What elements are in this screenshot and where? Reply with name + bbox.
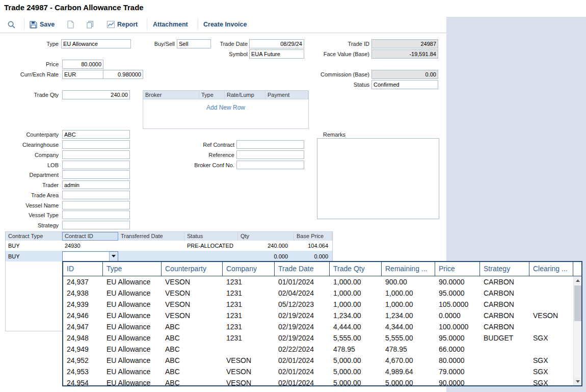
type-input[interactable] — [61, 39, 131, 48]
dropdown-header-cell[interactable]: Price — [435, 262, 480, 276]
dropdown-row[interactable]: 24,946EU AllowanceVESON123102/19/20241,2… — [63, 310, 573, 321]
dropdown-header-cell[interactable]: Type — [103, 262, 162, 276]
lob-input[interactable] — [62, 161, 130, 169]
dropdown-cell — [529, 288, 573, 299]
copy-button[interactable] — [86, 19, 94, 30]
dropdown-row[interactable]: 24,947EU AllowanceABC123102/19/20244,444… — [63, 321, 573, 332]
dropdown-cell: 24,952 — [63, 355, 103, 366]
counterparty-label: Counterparty — [5, 130, 59, 139]
search-button[interactable] — [7, 19, 16, 30]
dropdown-row[interactable]: 24,949EU AllowanceABC02/22/2024478.95478… — [63, 344, 573, 355]
buy-sell-input[interactable] — [177, 39, 211, 48]
dropdown-header-cell[interactable]: Strategy — [480, 262, 529, 276]
reference-input[interactable] — [236, 150, 304, 159]
dropdown-cell: 478.95 — [330, 344, 382, 355]
contract-row[interactable]: BUY 24930 PRE-ALLOCATED 240.000 104.064 — [6, 241, 332, 251]
dropdown-header-cell[interactable]: Trade Qty — [330, 262, 382, 276]
symbol-input[interactable] — [249, 49, 304, 59]
contracts-header-cell[interactable]: Transferred Date — [118, 232, 184, 241]
scroll-down-button[interactable] — [574, 377, 582, 385]
dropdown-row[interactable]: 24,954EU AllowanceABCVESON02/01/20245,00… — [63, 377, 573, 385]
dropdown-cell: 4,989.64 — [382, 366, 435, 377]
dropdown-cell: VESON — [529, 310, 573, 321]
dropdown-cell: 02/01/2024 — [275, 355, 330, 366]
vessel-type-input[interactable] — [62, 211, 130, 219]
dropdown-row[interactable]: 24,952EU AllowanceABCVESON02/01/20245,00… — [63, 355, 573, 366]
broker-conf-no-input[interactable] — [236, 161, 304, 169]
strategy-input[interactable] — [62, 221, 130, 229]
counterparty-input[interactable] — [62, 130, 130, 139]
dropdown-cell: 5,555.00 — [382, 332, 435, 344]
contracts-header-cell[interactable]: Status — [184, 232, 238, 241]
price-input[interactable] — [62, 60, 103, 69]
status-input[interactable] — [371, 80, 438, 89]
price-label: Price — [15, 60, 59, 69]
dropdown-cell: VESON — [162, 288, 223, 299]
dropdown-cell: VESON — [162, 310, 223, 321]
contract-row-selected[interactable]: BUY 0.000 0.000 — [6, 251, 332, 262]
dropdown-header-cell[interactable]: Trade Date — [275, 262, 330, 276]
contracts-header-cell[interactable]: Contract ID — [62, 232, 118, 241]
vessel-name-input[interactable] — [62, 201, 130, 210]
dropdown-cell: 24,939 — [63, 299, 103, 310]
add-new-row-link[interactable]: Add New Row — [143, 104, 308, 111]
scroll-up-button[interactable] — [574, 276, 582, 284]
save-button[interactable]: Save — [30, 19, 55, 30]
broker-table: BrokerTypeRate/LumpPayment Add New Row — [143, 90, 309, 129]
dropdown-cell: VESON — [162, 299, 223, 310]
dropdown-cell: 1,000.00 — [382, 299, 435, 310]
dropdown-row[interactable]: 24,937EU AllowanceVESON123101/01/20241,0… — [63, 276, 573, 288]
dropdown-row[interactable]: 24,938EU AllowanceVESON123102/04/20241,0… — [63, 288, 573, 299]
dropdown-row[interactable]: 24,948EU AllowanceABC123102/19/20245,555… — [63, 332, 573, 344]
scrollbar-thumb[interactable] — [574, 285, 581, 321]
trade-qty-input[interactable] — [62, 90, 130, 99]
dropdown-cell: VESON — [162, 276, 223, 288]
dropdown-cell — [480, 377, 529, 385]
report-button[interactable]: Report — [107, 19, 138, 30]
dropdown-header-cell[interactable]: Remaining ... — [382, 262, 435, 276]
note-button[interactable] — [67, 19, 74, 30]
remarks-textarea[interactable] — [317, 138, 439, 219]
clearinghouse-input[interactable] — [62, 140, 130, 149]
trade-date-input[interactable] — [249, 39, 304, 48]
attachment-button[interactable]: Attachment — [153, 19, 188, 30]
broker-header-cell[interactable]: Type — [199, 91, 225, 99]
dropdown-cell: 24,949 — [63, 344, 103, 355]
trade-area-input[interactable] — [62, 191, 130, 199]
broker-header-cell[interactable]: Broker — [143, 91, 199, 99]
dropdown-cell: EU Allowance — [103, 288, 162, 299]
report-icon — [107, 21, 115, 28]
trader-input[interactable] — [62, 180, 130, 189]
dropdown-header-cell[interactable]: Counterparty — [162, 262, 223, 276]
dropdown-cell: 80.0000 — [435, 355, 480, 366]
contracts-header-cell[interactable]: Qty — [238, 232, 294, 241]
dropdown-header-cell[interactable]: Clearing ... — [529, 262, 573, 276]
broker-header-cell[interactable]: Rate/Lump — [225, 91, 265, 99]
contract-id-combo-input[interactable] — [63, 252, 109, 261]
exch-rate-input[interactable] — [103, 70, 143, 79]
dropdown-cell: 24,946 — [63, 310, 103, 321]
contract-id-cell — [62, 251, 118, 262]
department-input[interactable] — [62, 170, 130, 179]
note-icon — [67, 20, 74, 29]
dropdown-header-cell[interactable]: ID — [63, 262, 103, 276]
combo-dropdown-button[interactable] — [109, 252, 118, 261]
contracts-header-cell[interactable]: Contract Type — [6, 232, 62, 241]
company-input[interactable] — [62, 150, 130, 159]
contracts-header-cell[interactable]: Base Price — [294, 232, 332, 241]
dropdown-cell: SGX — [529, 366, 573, 377]
contract-id-combobox[interactable] — [62, 251, 118, 262]
dropdown-cell: EU Allowance — [103, 355, 162, 366]
dropdown-cell: 5,000.00 — [382, 377, 435, 385]
face-value-input — [371, 49, 438, 59]
currency-input[interactable] — [62, 70, 103, 79]
broker-header-cell[interactable]: Payment — [265, 91, 308, 99]
dropdown-scrollbar[interactable] — [573, 276, 581, 385]
dropdown-cell: 24,938 — [63, 288, 103, 299]
create-invoice-button[interactable]: Create Invoice — [203, 19, 247, 30]
dropdown-header-cell[interactable]: Company — [223, 262, 275, 276]
commission-input — [371, 70, 438, 79]
ref-contract-input[interactable] — [236, 140, 304, 149]
dropdown-row[interactable]: 24,939EU AllowanceVESON123105/12/20231,0… — [63, 299, 573, 310]
dropdown-row[interactable]: 24,953EU AllowanceABCVESON02/01/20245,00… — [63, 366, 573, 377]
